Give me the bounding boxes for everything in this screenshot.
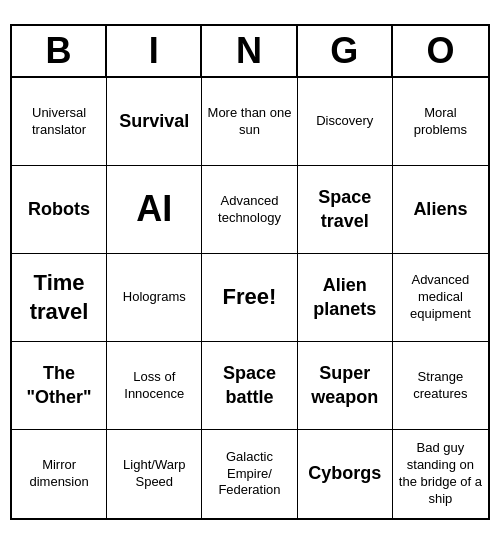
bingo-cell-2: More than one sun: [202, 78, 297, 166]
bingo-cell-22: Galactic Empire/ Federation: [202, 430, 297, 518]
header-letter-o: O: [393, 26, 488, 76]
bingo-cell-11: Holograms: [107, 254, 202, 342]
bingo-cell-13: Alien planets: [298, 254, 393, 342]
header-letter-b: B: [12, 26, 107, 76]
header-letter-g: G: [298, 26, 393, 76]
bingo-cell-23: Cyborgs: [298, 430, 393, 518]
header-letter-n: N: [202, 26, 297, 76]
bingo-card: BINGO Universal translatorSurvivalMore t…: [10, 24, 490, 520]
bingo-header: BINGO: [12, 26, 488, 78]
bingo-cell-0: Universal translator: [12, 78, 107, 166]
bingo-cell-9: Aliens: [393, 166, 488, 254]
bingo-grid: Universal translatorSurvivalMore than on…: [12, 78, 488, 518]
bingo-cell-14: Advanced medical equipment: [393, 254, 488, 342]
bingo-cell-1: Survival: [107, 78, 202, 166]
bingo-cell-19: Strange creatures: [393, 342, 488, 430]
bingo-cell-10: Time travel: [12, 254, 107, 342]
bingo-cell-6: AI: [107, 166, 202, 254]
bingo-cell-21: Light/Warp Speed: [107, 430, 202, 518]
bingo-cell-18: Super weapon: [298, 342, 393, 430]
bingo-cell-4: Moral problems: [393, 78, 488, 166]
bingo-cell-5: Robots: [12, 166, 107, 254]
bingo-cell-24: Bad guy standing on the bridge of a ship: [393, 430, 488, 518]
bingo-cell-12: Free!: [202, 254, 297, 342]
bingo-cell-15: The "Other": [12, 342, 107, 430]
bingo-cell-20: Mirror dimension: [12, 430, 107, 518]
header-letter-i: I: [107, 26, 202, 76]
bingo-cell-3: Discovery: [298, 78, 393, 166]
bingo-cell-8: Space travel: [298, 166, 393, 254]
bingo-cell-16: Loss of Innocence: [107, 342, 202, 430]
bingo-cell-17: Space battle: [202, 342, 297, 430]
bingo-cell-7: Advanced technology: [202, 166, 297, 254]
